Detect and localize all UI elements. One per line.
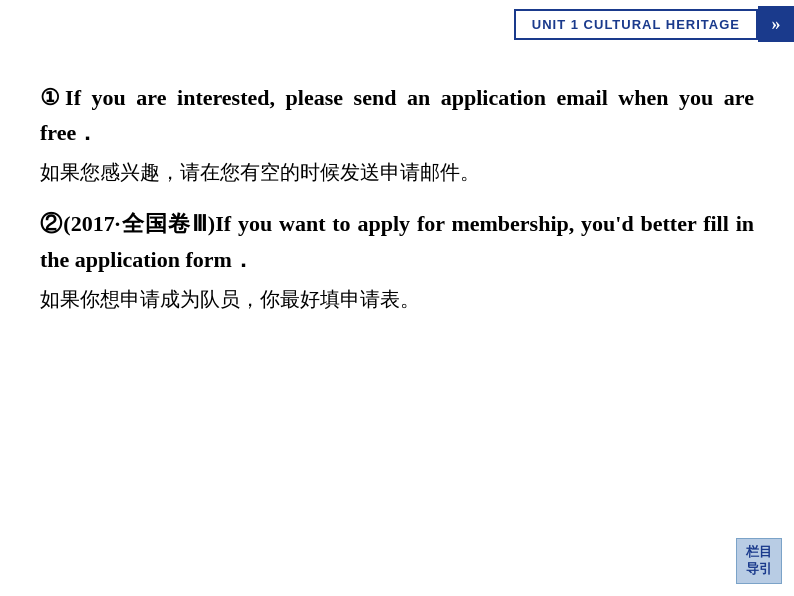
main-content: ①If you are interested, please send an a…: [40, 80, 754, 333]
sentence-block-2: ②(2017·全国卷Ⅲ)If you want to apply for mem…: [40, 206, 754, 314]
chevron-right-icon: [758, 6, 794, 42]
sentence1-english: ①If you are interested, please send an a…: [40, 80, 754, 150]
header: UNIT 1 CULTURAL HERITAGE: [514, 0, 794, 42]
sentence2-english: ②(2017·全国卷Ⅲ)If you want to apply for mem…: [40, 206, 754, 276]
sentence1-chinese: 如果您感兴趣，请在您有空的时候发送申请邮件。: [40, 156, 754, 188]
sentence-block-1: ①If you are interested, please send an a…: [40, 80, 754, 188]
sentence2-number: ②: [40, 211, 63, 236]
sentence2-chinese: 如果你想申请成为队员，你最好填申请表。: [40, 283, 754, 315]
sentence1-english-text: If you are interested, please send an ap…: [40, 85, 754, 145]
unit-badge: UNIT 1 CULTURAL HERITAGE: [514, 9, 758, 40]
nav-button-label: 栏目导引: [746, 544, 772, 578]
sentence1-number: ①: [40, 85, 65, 110]
nav-button[interactable]: 栏目导引: [736, 538, 782, 584]
sentence2-prefix: (2017·全国卷Ⅲ): [63, 211, 215, 236]
